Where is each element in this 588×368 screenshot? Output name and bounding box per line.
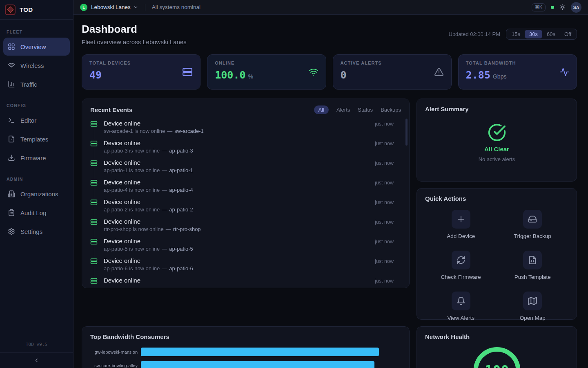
org-switcher[interactable]: L Lebowski Lanes	[80, 4, 138, 11]
system-status-text: All systems nominal	[152, 4, 200, 10]
network-health-panel: Network Health 100	[416, 326, 577, 368]
alert-subtext: No active alerts	[479, 156, 515, 162]
event-separator: —	[162, 265, 167, 272]
event-title: Device online	[104, 179, 140, 186]
clipboard-icon	[8, 209, 15, 216]
sidebar-section-fleet: FLEET	[7, 29, 67, 34]
alert-summary-panel: Alert Summary All Clear No active alerts	[416, 99, 577, 182]
sidebar-item-wireless[interactable]: Wireless	[3, 56, 70, 74]
event-time: just now	[375, 219, 394, 225]
sidebar-item-editor[interactable]: Editor	[3, 111, 70, 129]
event-row[interactable]: Device onlinejust now ap-patio-5 is now …	[90, 238, 401, 257]
event-detail: sw-arcade-1 is now online	[104, 128, 165, 134]
sidebar-item-label: Settings	[20, 228, 42, 235]
event-row[interactable]: Device onlinejust now ap-patio-4 is now …	[90, 179, 401, 198]
sidebar-item-settings[interactable]: Settings	[3, 222, 70, 240]
event-row[interactable]: Device onlinejust now sw-arcade-1 is now…	[90, 120, 401, 139]
filter-status[interactable]: Status	[358, 107, 373, 113]
sidebar-item-organizations[interactable]: Organizations	[3, 185, 70, 203]
event-device: ap-patio-1	[169, 167, 193, 173]
quick-action-add-device[interactable]: Add Device	[425, 204, 497, 245]
wifi-icon	[309, 67, 318, 77]
stat-value: 100.0	[215, 69, 245, 81]
recent-events-title: Recent Events	[90, 106, 132, 113]
org-name: Lebowski Lanes	[91, 4, 131, 10]
sidebar-collapse-button[interactable]	[0, 352, 73, 368]
command-palette-shortcut[interactable]: ⌘K	[532, 3, 546, 11]
user-avatar[interactable]: SA	[571, 2, 581, 13]
chevron-down-icon	[133, 4, 138, 10]
filter-alerts[interactable]: Alerts	[336, 107, 350, 113]
quick-action-push-template[interactable]: Push Template	[497, 245, 569, 285]
health-dot	[551, 6, 554, 9]
app-version: TOD v9.5	[0, 342, 73, 352]
event-row[interactable]: Device onlinejust now ap-patio-2 is now …	[90, 198, 401, 218]
event-detail: ap-patio-6 is now online	[104, 265, 160, 272]
event-title: Device online	[104, 120, 140, 127]
event-row[interactable]: Device onlinejust now ap-patio-3 is now …	[90, 139, 401, 159]
activity-icon	[559, 67, 569, 77]
sidebar-item-label: Firmware	[20, 155, 46, 162]
quick-action-label: Check Firmware	[441, 274, 481, 280]
event-filters: All Alerts Status Backups	[314, 105, 401, 114]
sidebar-item-label: Traffic	[20, 81, 37, 88]
chevron-left-icon	[33, 357, 40, 364]
alert-triangle-icon	[434, 67, 444, 77]
event-title: Device online	[104, 277, 140, 284]
sidebar-item-traffic[interactable]: Traffic	[3, 75, 70, 93]
event-row[interactable]: Device onlinejust now ap-patio-1 is now …	[90, 159, 401, 179]
stat-card-total-devices: TOTAL DEVICES 49	[82, 54, 200, 90]
bandwidth-row: gw-lebowski-mansion	[90, 345, 401, 359]
event-title: Device online	[104, 257, 140, 264]
recent-events-panel: Recent Events All Alerts Status Backups …	[82, 99, 410, 288]
theme-toggle-button[interactable]	[559, 4, 566, 10]
server-icon	[90, 218, 98, 226]
refresh-option-15s[interactable]: 15s	[507, 30, 525, 38]
refresh-option-30s[interactable]: 30s	[525, 30, 542, 38]
event-device: ap-patio-2	[169, 206, 193, 213]
quick-action-trigger-backup[interactable]: Trigger Backup	[497, 204, 569, 245]
server-icon	[90, 277, 98, 285]
health-score: 100	[485, 363, 509, 368]
stat-label: ONLINE	[215, 61, 318, 65]
top-bandwidth-title: Top Bandwidth Consumers	[90, 333, 401, 340]
refresh-interval-control: 15s 30s 60s Off	[506, 29, 577, 40]
wifi-icon	[8, 62, 15, 69]
sidebar-item-firmware[interactable]: Firmware	[3, 149, 70, 167]
quick-action-check-firmware[interactable]: Check Firmware	[425, 245, 497, 285]
sidebar-item-label: Overview	[20, 43, 46, 50]
stat-label: TOTAL BANDWIDTH	[466, 61, 569, 65]
events-list: Device onlinejust now sw-arcade-1 is now…	[90, 120, 401, 288]
quick-action-view-alerts[interactable]: View Alerts	[425, 285, 497, 326]
event-title: Device online	[104, 218, 140, 225]
sidebar-item-overview[interactable]: Overview	[3, 38, 70, 56]
quick-action-open-map[interactable]: Open Map	[497, 285, 569, 326]
event-device: ap-patio-3	[169, 148, 193, 154]
filter-all[interactable]: All	[314, 105, 329, 114]
sidebar-item-templates[interactable]: Templates	[3, 130, 70, 148]
server-icon	[90, 179, 98, 187]
map-icon	[523, 292, 542, 310]
event-time: just now	[375, 200, 394, 205]
server-icon	[90, 120, 98, 128]
event-time: just now	[375, 121, 394, 127]
event-row[interactable]: Device onlinejust now rtr-pro-shop is no…	[90, 218, 401, 238]
event-separator: —	[162, 167, 167, 173]
stat-value: 0	[341, 69, 347, 81]
filter-backups[interactable]: Backups	[381, 107, 401, 113]
quick-action-label: Push Template	[514, 274, 551, 280]
event-row[interactable]: Device onlinejust now	[90, 277, 401, 288]
bell-icon	[452, 292, 470, 310]
event-row[interactable]: Device onlinejust now ap-patio-6 is now …	[90, 257, 401, 277]
sidebar-item-audit-log[interactable]: Audit Log	[3, 204, 70, 222]
event-device: ap-patio-6	[169, 265, 193, 272]
quick-actions-title: Quick Actions	[425, 195, 568, 202]
main-content: Dashboard Fleet overview across Lebowski…	[74, 15, 588, 368]
refresh-option-off[interactable]: Off	[560, 30, 576, 38]
layout-grid-icon	[8, 43, 15, 50]
file-code-icon	[523, 251, 542, 269]
sidebar-item-label: Organizations	[20, 191, 58, 197]
refresh-option-60s[interactable]: 60s	[542, 30, 560, 38]
event-detail: rtr-pro-shop is now online	[104, 226, 164, 232]
events-scrollbar[interactable]	[405, 119, 408, 146]
